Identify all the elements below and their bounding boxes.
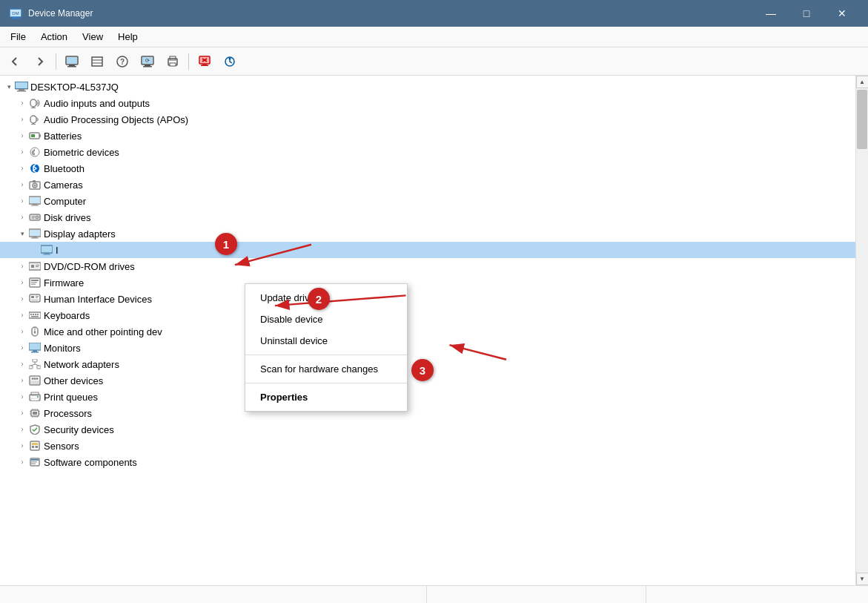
svg-rect-62 [31, 238, 39, 239]
tree-area[interactable]: ▾ DESKTOP-4L537JQ › [0, 76, 855, 585]
dvd-expander[interactable]: › [16, 260, 28, 272]
tree-item-cameras[interactable]: › Cameras [0, 177, 855, 193]
tree-item-disk[interactable]: › Disk drives [0, 209, 855, 225]
cameras-expander[interactable]: › [16, 179, 28, 191]
bluetooth-label: Bluetooth [44, 163, 85, 174]
tree-root[interactable]: ▾ DESKTOP-4L537JQ [0, 79, 855, 95]
software-expander[interactable]: › [16, 456, 28, 468]
tree-item-audio-inputs[interactable]: › Audio inputs and outputs [0, 95, 855, 111]
svg-rect-51 [33, 204, 37, 205]
firmware-label: Firmware [44, 277, 84, 289]
toolbar-print[interactable] [161, 51, 185, 72]
svg-rect-86 [31, 316, 39, 317]
monitors-expander[interactable]: › [16, 342, 28, 354]
menu-file[interactable]: File [3, 28, 33, 45]
svg-rect-6 [67, 57, 77, 64]
root-expander[interactable]: ▾ [3, 81, 15, 93]
tree-item-keyboards[interactable]: › Keyboards [0, 307, 855, 323]
context-menu-uninstall[interactable]: Uninstall device [245, 330, 407, 352]
print-expander[interactable]: › [16, 391, 28, 403]
svg-rect-127 [31, 461, 37, 463]
tree-item-display[interactable]: ▾ Display adapters [0, 225, 855, 242]
keyboards-expander[interactable]: › [16, 309, 28, 321]
tree-item-security[interactable]: › Security devices [0, 421, 855, 438]
tree-item-display-child[interactable]: › I [0, 242, 855, 258]
biometric-expander[interactable]: › [16, 146, 28, 158]
svg-rect-95 [29, 366, 33, 369]
toolbar: ? ⟳ [0, 47, 868, 76]
firmware-expander[interactable]: › [16, 277, 28, 289]
scroll-track[interactable] [856, 88, 868, 573]
toolbar-help[interactable]: ? [110, 51, 134, 72]
computer-expander[interactable]: › [16, 195, 28, 207]
tree-item-batteries[interactable]: › Batteries [0, 128, 855, 144]
tree-item-hid[interactable]: › Human Interface Devices [0, 291, 855, 307]
svg-rect-52 [31, 205, 39, 206]
status-seg2 [428, 586, 646, 603]
bluetooth-expander[interactable]: › [16, 162, 28, 174]
toolbar-list[interactable] [85, 51, 109, 72]
svg-point-29 [229, 57, 231, 59]
tree-item-mice[interactable]: › Mice and other pointing dev [0, 323, 855, 340]
display-expander[interactable]: ▾ [16, 228, 28, 240]
svg-rect-84 [35, 314, 36, 315]
svg-point-103 [36, 378, 39, 380]
mice-expander[interactable]: › [16, 326, 28, 337]
tree-item-print[interactable]: › Print queues [0, 389, 855, 405]
other-expander[interactable]: › [16, 375, 28, 386]
context-menu-disable[interactable]: Disable device [245, 309, 407, 330]
toolbar-back[interactable] [3, 51, 27, 72]
processors-icon [28, 407, 42, 419]
sensors-expander[interactable]: › [16, 440, 28, 452]
audio-inputs-label: Audio inputs and outputs [44, 98, 150, 109]
svg-rect-26 [202, 64, 207, 65]
tree-item-bluetooth[interactable]: › Bluetooth [0, 160, 855, 177]
main-content: ▾ DESKTOP-4L537JQ › [0, 76, 868, 585]
menu-action[interactable]: Action [33, 28, 75, 45]
toolbar-update[interactable] [218, 51, 242, 72]
tree-item-sensors[interactable]: › Sensors [0, 438, 855, 454]
minimize-button[interactable]: — [754, 0, 788, 27]
tree-item-computer[interactable]: › Computer [0, 193, 855, 209]
tree-item-firmware[interactable]: › Firmware [0, 274, 855, 291]
tree-item-dvd[interactable]: › DVD/CD-ROM drives [0, 258, 855, 274]
maximize-button[interactable]: □ [789, 0, 824, 27]
tree-item-processors[interactable]: › [0, 405, 855, 421]
audio-inputs-expander[interactable]: › [16, 97, 28, 109]
context-menu-properties[interactable]: Properties [245, 386, 407, 408]
network-expander[interactable]: › [16, 358, 28, 370]
context-menu-scan[interactable]: Scan for hardware changes [245, 358, 407, 380]
scroll-up[interactable]: ▲ [856, 76, 869, 88]
close-button[interactable]: ✕ [825, 0, 859, 27]
disk-expander[interactable]: › [16, 211, 28, 223]
hid-expander[interactable]: › [16, 293, 28, 305]
toolbar-devmgr[interactable] [60, 51, 84, 72]
tree-item-monitors[interactable]: › Monitors [0, 340, 855, 356]
tree-item-software[interactable]: › Software components [0, 454, 855, 470]
toolbar-remove[interactable] [193, 51, 216, 72]
svg-rect-92 [33, 350, 37, 352]
svg-rect-73 [31, 280, 39, 281]
app-icon: DM [9, 7, 22, 20]
tree-item-apo[interactable]: › Audio Processing Objects (APOs) [0, 111, 855, 128]
audio-inputs-icon [28, 97, 42, 109]
window: DM Device Manager — □ ✕ File Action View… [0, 0, 868, 603]
svg-rect-21 [170, 63, 176, 66]
toolbar-scan[interactable]: ⟳ [136, 51, 159, 72]
menu-view[interactable]: View [75, 28, 110, 45]
scrollbar[interactable]: ▲ ▼ [855, 76, 868, 585]
svg-rect-91 [30, 343, 40, 349]
security-expander[interactable]: › [16, 424, 28, 435]
scroll-down[interactable]: ▼ [856, 573, 869, 585]
processors-expander[interactable]: › [16, 407, 28, 419]
svg-rect-79 [36, 297, 38, 298]
menu-help[interactable]: Help [110, 28, 145, 45]
apo-expander[interactable]: › [16, 113, 28, 125]
toolbar-forward[interactable] [28, 51, 52, 72]
scroll-thumb[interactable] [857, 90, 867, 149]
sensors-label: Sensors [44, 441, 79, 452]
status-bar [0, 585, 868, 603]
tree-item-biometric[interactable]: › Biometric devices [0, 144, 855, 160]
window-controls: — □ ✕ [754, 0, 859, 27]
batteries-expander[interactable]: › [16, 130, 28, 142]
